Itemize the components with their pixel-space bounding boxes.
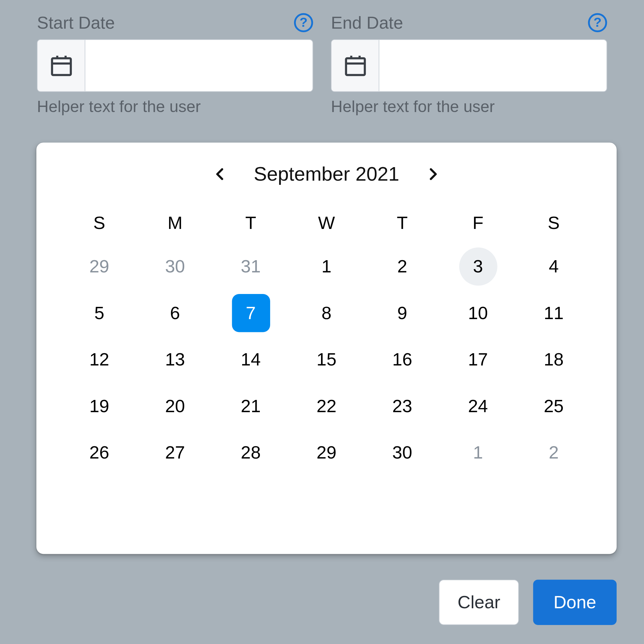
- weekday-header: W: [289, 206, 364, 240]
- svg-rect-0: [52, 58, 71, 75]
- end-date-label: End Date: [331, 13, 403, 33]
- start-date-label: Start Date: [37, 13, 115, 33]
- calendar-day[interactable]: 27: [137, 432, 213, 473]
- calendar-day[interactable]: 4: [516, 246, 592, 287]
- end-date-input[interactable]: [379, 40, 607, 91]
- calendar-day[interactable]: 25: [516, 386, 592, 426]
- calendar-day[interactable]: 22: [289, 386, 364, 426]
- calendar-day[interactable]: 3: [440, 246, 516, 287]
- calendar-day[interactable]: 29: [289, 432, 364, 473]
- weekday-header: F: [440, 206, 516, 240]
- calendar-day[interactable]: 21: [213, 386, 289, 426]
- start-date-input-group[interactable]: [37, 39, 313, 92]
- calendar-day[interactable]: 18: [516, 339, 592, 380]
- weekday-header: S: [62, 206, 137, 240]
- calendar-day[interactable]: 17: [440, 339, 516, 380]
- calendar-day[interactable]: 6: [137, 293, 213, 333]
- calendar-day[interactable]: 1: [289, 246, 364, 287]
- weekday-header: T: [213, 206, 289, 240]
- calendar-day[interactable]: 12: [62, 339, 137, 380]
- calendar-day[interactable]: 31: [213, 246, 289, 287]
- next-month-button[interactable]: [420, 161, 446, 187]
- start-date-help-icon[interactable]: ?: [294, 13, 313, 32]
- calendar-day[interactable]: 7: [213, 293, 289, 333]
- svg-rect-4: [346, 58, 365, 75]
- calendar-day[interactable]: 28: [213, 432, 289, 473]
- calendar-day[interactable]: 20: [137, 386, 213, 426]
- end-date-input-group[interactable]: [331, 39, 607, 92]
- calendar-day[interactable]: 2: [516, 432, 592, 473]
- calendar-day[interactable]: 14: [213, 339, 289, 380]
- calendar-day[interactable]: 8: [289, 293, 364, 333]
- weekday-header: S: [516, 206, 592, 240]
- start-date-helper: Helper text for the user: [37, 98, 313, 116]
- calendar-day[interactable]: 10: [440, 293, 516, 333]
- calendar-day[interactable]: 29: [62, 246, 137, 287]
- calendar-day[interactable]: 2: [365, 246, 440, 287]
- end-date-field: End Date ? Helper text for the user: [331, 11, 607, 116]
- weekday-header: T: [365, 206, 440, 240]
- end-date-help-icon[interactable]: ?: [588, 13, 607, 32]
- calendar-icon: [332, 40, 379, 91]
- start-date-input[interactable]: [85, 40, 313, 91]
- calendar-day[interactable]: 16: [365, 339, 440, 380]
- calendar-popover: September 2021 SMTWTFS293031123456789101…: [36, 143, 617, 554]
- calendar-month-label[interactable]: September 2021: [254, 163, 399, 185]
- start-date-field: Start Date ? Helper text for the user: [37, 11, 313, 116]
- calendar-day[interactable]: 11: [516, 293, 592, 333]
- calendar-day[interactable]: 26: [62, 432, 137, 473]
- calendar-day[interactable]: 15: [289, 339, 364, 380]
- weekday-header: M: [137, 206, 213, 240]
- clear-button[interactable]: Clear: [439, 580, 519, 625]
- calendar-day[interactable]: 1: [440, 432, 516, 473]
- calendar-day[interactable]: 24: [440, 386, 516, 426]
- calendar-day[interactable]: 9: [365, 293, 440, 333]
- calendar-day[interactable]: 30: [137, 246, 213, 287]
- calendar-day[interactable]: 23: [365, 386, 440, 426]
- calendar-icon: [38, 40, 85, 91]
- prev-month-button[interactable]: [207, 161, 233, 187]
- end-date-helper: Helper text for the user: [331, 98, 607, 116]
- done-button[interactable]: Done: [533, 580, 617, 625]
- calendar-day[interactable]: 19: [62, 386, 137, 426]
- calendar-day[interactable]: 13: [137, 339, 213, 380]
- calendar-day[interactable]: 30: [365, 432, 440, 473]
- calendar-day[interactable]: 5: [62, 293, 137, 333]
